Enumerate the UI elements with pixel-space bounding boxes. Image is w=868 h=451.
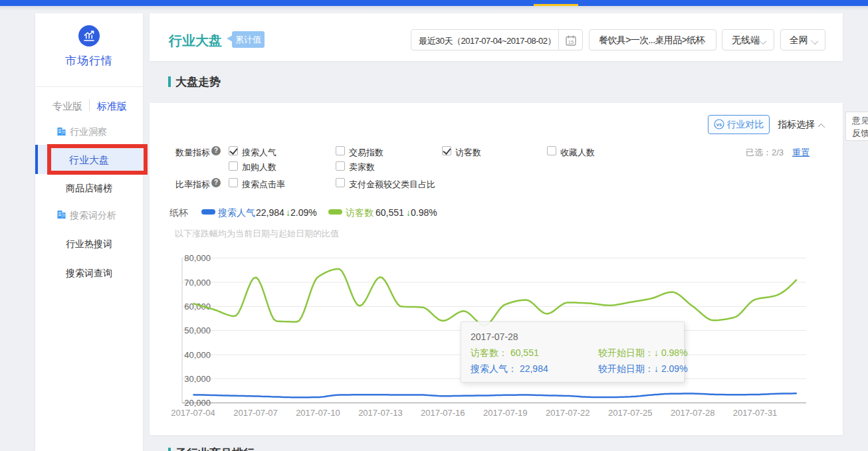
svg-text:80,000: 80,000 <box>184 253 211 263</box>
svg-text:2017-07-07: 2017-07-07 <box>233 408 278 418</box>
svg-text:15: 15 <box>568 39 574 45</box>
svg-text:2017-07-31: 2017-07-31 <box>733 408 778 418</box>
svg-text:50,000: 50,000 <box>184 325 211 335</box>
svg-text:2017-07-22: 2017-07-22 <box>546 408 590 418</box>
svg-text:70,000: 70,000 <box>184 278 211 288</box>
svg-text:2017-07-13: 2017-07-13 <box>358 408 403 418</box>
svg-text:2017-07-04: 2017-07-04 <box>171 408 215 418</box>
svg-text:2017-07-16: 2017-07-16 <box>421 408 465 418</box>
svg-text:2017-07-25: 2017-07-25 <box>608 408 653 418</box>
svg-text:2017-07-28: 2017-07-28 <box>671 408 714 418</box>
svg-text:2017-07-19: 2017-07-19 <box>483 408 528 418</box>
svg-text:2017-07-10: 2017-07-10 <box>296 408 340 418</box>
svg-text:20,000: 20,000 <box>184 398 211 408</box>
svg-text:40,000: 40,000 <box>184 350 211 360</box>
svg-text:30,000: 30,000 <box>184 374 211 384</box>
